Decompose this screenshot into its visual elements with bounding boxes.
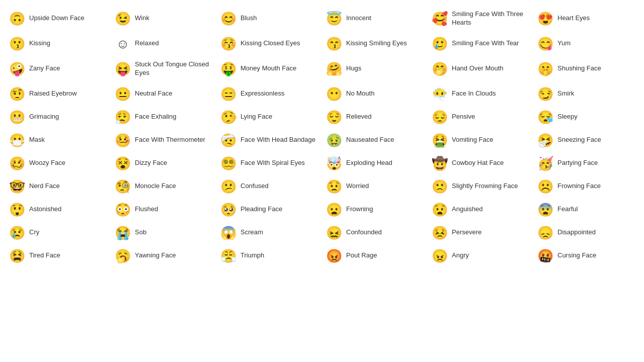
list-item[interactable]: ☹️Frowning Face bbox=[533, 175, 639, 198]
emoji-icon: 😷 bbox=[9, 134, 25, 147]
emoji-label: Cry bbox=[29, 228, 39, 237]
list-item[interactable]: 🙃Upside Down Face bbox=[5, 5, 111, 32]
list-item[interactable]: 😐Neutral Face bbox=[111, 82, 216, 106]
list-item[interactable]: 😝Stuck Out Tongue Closed Eyes bbox=[111, 55, 216, 82]
list-item[interactable]: 😊Blush bbox=[216, 5, 322, 32]
list-item[interactable]: 🤗Hugs bbox=[322, 55, 428, 82]
list-item[interactable]: 🤨Raised Eyebrow bbox=[5, 82, 111, 106]
list-item[interactable]: 🥲Smiling Face With Tear bbox=[428, 32, 533, 55]
list-item[interactable]: 😉Wink bbox=[111, 5, 216, 32]
emoji-icon: 🙁 bbox=[432, 180, 448, 193]
list-item[interactable]: 🤯Exploding Head bbox=[322, 152, 428, 175]
list-item[interactable]: 🥰Smiling Face With Three Hearts bbox=[428, 5, 533, 32]
list-item[interactable]: 😞Disappointed bbox=[533, 221, 639, 244]
emoji-icon: 😙 bbox=[326, 37, 342, 50]
list-item[interactable]: 😍Heart Eyes bbox=[533, 5, 639, 32]
emoji-icon: 😇 bbox=[326, 12, 342, 25]
emoji-label: Yum bbox=[557, 39, 571, 48]
list-item[interactable]: 🤪Zany Face bbox=[5, 55, 111, 82]
list-item[interactable]: 😮‍💨Face Exhaling bbox=[111, 106, 216, 129]
list-item[interactable]: 😷Mask bbox=[5, 129, 111, 152]
list-item[interactable]: 😕Confused bbox=[216, 175, 322, 198]
list-item[interactable]: 😳Flushed bbox=[111, 198, 216, 221]
emoji-label: Tired Face bbox=[29, 251, 60, 260]
list-item[interactable]: 😚Kissing Closed Eyes bbox=[216, 32, 322, 55]
emoji-icon: 🤑 bbox=[220, 62, 236, 75]
emoji-icon: 😱 bbox=[220, 226, 236, 239]
list-item[interactable]: 🤫Shushing Face bbox=[533, 55, 639, 82]
list-item[interactable]: 😏Smirk bbox=[533, 82, 639, 106]
list-item[interactable]: 😣Persevere bbox=[428, 221, 533, 244]
list-item[interactable]: 🥳Partying Face bbox=[533, 152, 639, 175]
list-item[interactable]: 😑Expressionless bbox=[216, 82, 322, 106]
list-item[interactable]: 😌Relieved bbox=[322, 106, 428, 129]
list-item[interactable]: 🤒Face With Thermometer bbox=[111, 129, 216, 152]
list-item[interactable]: 😦Frowning bbox=[322, 198, 428, 221]
list-item[interactable]: 🥱Yawning Face bbox=[111, 244, 216, 267]
list-item[interactable]: 🤑Money Mouth Face bbox=[216, 55, 322, 82]
emoji-label: Face With Thermometer bbox=[135, 136, 205, 144]
emoji-label: Blush bbox=[240, 14, 257, 23]
list-item[interactable]: 😡Pout Rage bbox=[322, 244, 428, 267]
list-item[interactable]: 😟Worried bbox=[322, 175, 428, 198]
emoji-icon: 😉 bbox=[115, 12, 131, 25]
list-item[interactable]: 🤬Cursing Face bbox=[533, 244, 639, 267]
list-item[interactable]: 😔Pensive bbox=[428, 106, 533, 129]
emoji-label: Expressionless bbox=[240, 89, 284, 98]
emoji-label: Relieved bbox=[346, 113, 372, 121]
list-item[interactable]: 😙Kissing Smiling Eyes bbox=[322, 32, 428, 55]
list-item[interactable]: ☺️Relaxed bbox=[111, 32, 216, 55]
list-item[interactable]: 😬Grimacing bbox=[5, 106, 111, 129]
list-item[interactable]: 🤭Hand Over Mouth bbox=[428, 55, 533, 82]
emoji-label: Relaxed bbox=[135, 39, 159, 48]
emoji-icon: 🥴 bbox=[9, 157, 25, 170]
list-item[interactable]: 😶No Mouth bbox=[322, 82, 428, 106]
emoji-label: Triumph bbox=[240, 251, 264, 260]
list-item[interactable]: 😠Angry bbox=[428, 244, 533, 267]
list-item[interactable]: 🤥Lying Face bbox=[216, 106, 322, 129]
list-item[interactable]: 😪Sleepy bbox=[533, 106, 639, 129]
list-item[interactable]: 😱Scream bbox=[216, 221, 322, 244]
emoji-label: Pensive bbox=[452, 113, 475, 121]
list-item[interactable]: 🤠Cowboy Hat Face bbox=[428, 152, 533, 175]
list-item[interactable]: 🤕Face With Head Bandage bbox=[216, 129, 322, 152]
emoji-label: Hand Over Mouth bbox=[452, 64, 504, 73]
list-item[interactable]: 😇Innocent bbox=[322, 5, 428, 32]
emoji-icon: 😚 bbox=[220, 37, 236, 50]
emoji-label: Zany Face bbox=[29, 64, 60, 73]
list-item[interactable]: 🙁Slightly Frowning Face bbox=[428, 175, 533, 198]
list-item[interactable]: 🤢Nauseated Face bbox=[322, 129, 428, 152]
list-item[interactable]: 🤧Sneezing Face bbox=[533, 129, 639, 152]
list-item[interactable]: 😫Tired Face bbox=[5, 244, 111, 267]
list-item[interactable]: 😨Fearful bbox=[533, 198, 639, 221]
list-item[interactable]: 😖Confounded bbox=[322, 221, 428, 244]
emoji-label: Worried bbox=[346, 182, 369, 191]
emoji-label: Money Mouth Face bbox=[240, 64, 296, 73]
emoji-label: Frowning bbox=[346, 205, 373, 214]
list-item[interactable]: 🤓Nerd Face bbox=[5, 175, 111, 198]
emoji-icon: 😦 bbox=[326, 203, 342, 216]
list-item[interactable]: 😤Triumph bbox=[216, 244, 322, 267]
emoji-label: Shushing Face bbox=[557, 64, 601, 73]
list-item[interactable]: 😭Sob bbox=[111, 221, 216, 244]
list-item[interactable]: 🥺Pleading Face bbox=[216, 198, 322, 221]
emoji-icon: 🤕 bbox=[220, 134, 236, 147]
emoji-label: Innocent bbox=[346, 14, 371, 23]
list-item[interactable]: 😵‍💫Face With Spiral Eyes bbox=[216, 152, 322, 175]
emoji-icon: 🤧 bbox=[537, 134, 553, 147]
emoji-icon: 😫 bbox=[9, 249, 25, 262]
list-item[interactable]: 🤮Vomiting Face bbox=[428, 129, 533, 152]
list-item[interactable]: 😶‍🌫️Face In Clouds bbox=[428, 82, 533, 106]
list-item[interactable]: 😢Cry bbox=[5, 221, 111, 244]
emoji-label: Angry bbox=[452, 251, 469, 260]
list-item[interactable]: 🧐Monocle Face bbox=[111, 175, 216, 198]
list-item[interactable]: 😧Anguished bbox=[428, 198, 533, 221]
list-item[interactable]: 😲Astonished bbox=[5, 198, 111, 221]
list-item[interactable]: 😗Kissing bbox=[5, 32, 111, 55]
emoji-icon: 😢 bbox=[9, 226, 25, 239]
emoji-label: Heart Eyes bbox=[557, 14, 590, 23]
list-item[interactable]: 😋Yum bbox=[533, 32, 639, 55]
emoji-icon: 😨 bbox=[537, 203, 553, 216]
list-item[interactable]: 😵Dizzy Face bbox=[111, 152, 216, 175]
list-item[interactable]: 🥴Woozy Face bbox=[5, 152, 111, 175]
